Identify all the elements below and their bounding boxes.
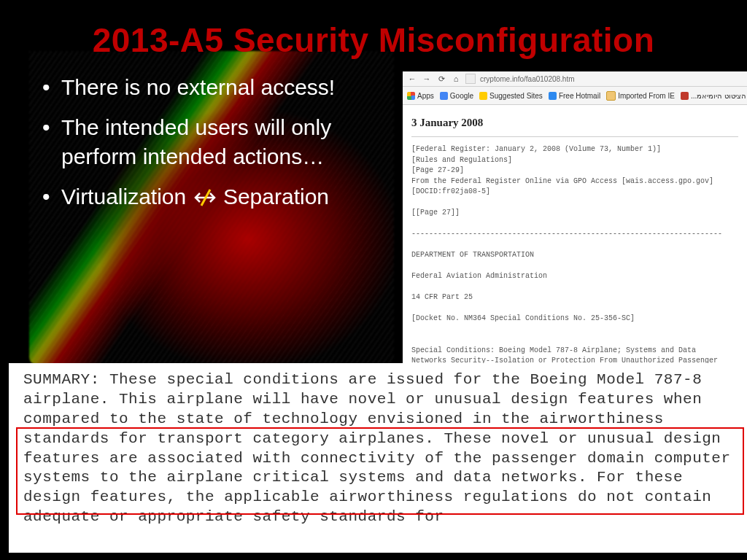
bookmark-z[interactable]: ...ז'ו הציטוט היומיאמ	[681, 92, 747, 100]
slide-title: 2013-A5 Security Misconfiguration	[0, 0, 747, 60]
summary-text: SUMMARY: These special conditions are is…	[23, 370, 737, 527]
bullet-item-2: The intended users will only perform int…	[42, 113, 385, 172]
page-icon	[465, 74, 476, 84]
bullet-item-3: Virtualization Separation	[42, 182, 385, 212]
bookmark-hotmail[interactable]: Free Hotmail	[549, 92, 600, 100]
bullet-text: The intended users will only perform int…	[61, 115, 331, 169]
document-content: 3 January 2008 [Federal Register: Januar…	[403, 105, 747, 363]
divider	[411, 136, 738, 137]
bookmark-suggested[interactable]: Suggested Sites	[479, 92, 543, 100]
star-icon	[479, 92, 487, 100]
slide: 2013-A5 Security Misconfiguration There …	[0, 0, 747, 560]
bookmark-apps[interactable]: Apps	[407, 92, 434, 100]
bookmark-google[interactable]: Google	[440, 92, 473, 100]
bookmark-imported[interactable]: Imported From IE	[606, 91, 675, 101]
google-icon	[440, 92, 448, 100]
hotmail-icon	[549, 92, 557, 100]
apps-icon	[407, 92, 415, 100]
folder-icon	[606, 91, 616, 101]
bookmark-label: Suggested Sites	[489, 92, 543, 100]
back-icon[interactable]: ←	[407, 74, 417, 84]
bookmark-label: ...ז'ו הציטוט היומיאמ	[691, 92, 747, 100]
bookmark-label: Imported From IE	[618, 92, 675, 100]
z-icon	[681, 92, 689, 100]
bookmark-label: Google	[450, 92, 473, 100]
forward-icon[interactable]: →	[422, 74, 432, 84]
bullet-text-left: Virtualization	[61, 184, 186, 209]
bullet-list: There is no external access! The intende…	[42, 73, 385, 211]
browser-nav-bar: ← → ⟳ ⌂ cryptome.info/faa010208.htm	[403, 71, 747, 87]
reload-icon[interactable]: ⟳	[436, 74, 446, 84]
document-body: [Federal Register: January 2, 2008 (Volu…	[411, 144, 738, 363]
not-equal-arrow-icon	[193, 182, 217, 212]
bookmark-label: Free Hotmail	[559, 92, 600, 100]
browser-panel: ← → ⟳ ⌂ cryptome.info/faa010208.htm Apps…	[403, 71, 747, 363]
bullet-text: There is no external access!	[61, 75, 335, 99]
document-date: 3 January 2008	[411, 117, 738, 129]
home-icon[interactable]: ⌂	[451, 74, 461, 84]
bookmarks-bar: Apps Google Suggested Sites Free Hotmail…	[403, 87, 747, 105]
address-bar[interactable]: cryptome.info/faa010208.htm	[480, 75, 575, 83]
bookmark-label: Apps	[417, 92, 434, 100]
bullet-item-1: There is no external access!	[42, 73, 385, 103]
bullet-text-right: Separation	[223, 184, 329, 209]
summary-panel: SUMMARY: These special conditions are is…	[9, 363, 747, 553]
